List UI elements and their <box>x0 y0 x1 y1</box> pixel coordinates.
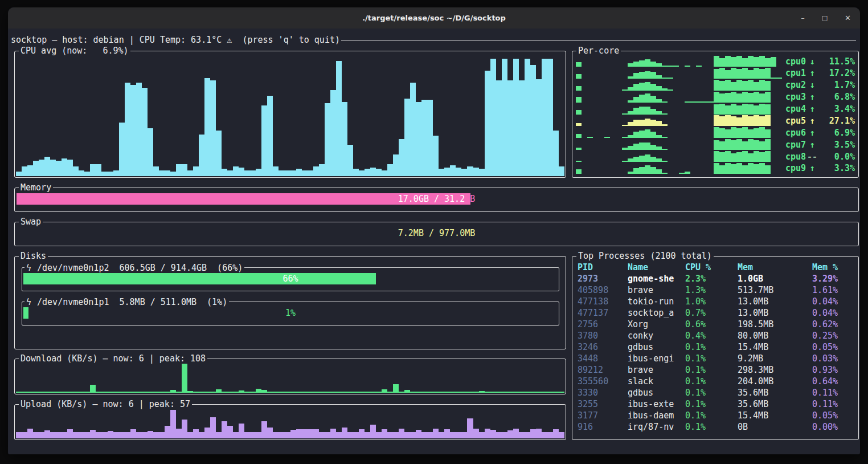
chart-bar <box>628 100 633 103</box>
chart-bar <box>365 169 370 176</box>
process-mem: 1.0GB <box>738 273 812 284</box>
chart-bar <box>73 166 79 176</box>
process-name: socktop_a <box>628 307 685 319</box>
chart-bar <box>725 115 731 126</box>
chart-bar <box>461 169 467 176</box>
chart-bar <box>513 59 519 176</box>
chart-bar <box>519 80 525 176</box>
chart-bar <box>656 63 662 67</box>
chart-bar <box>650 167 656 173</box>
chart-bar <box>444 429 450 438</box>
chart-bar <box>302 429 308 438</box>
chart-bar <box>765 129 771 138</box>
core-percent: 17.2% <box>818 68 855 78</box>
panel-title-cpu-avg: CPU avg (now: 6.9%) <box>19 46 130 56</box>
chart-bar <box>765 115 771 126</box>
chart-bar <box>113 392 119 393</box>
chart-bar <box>765 139 771 150</box>
process-mem-pct: 0.04% <box>812 307 853 319</box>
chart-bar <box>559 432 564 438</box>
process-cpu-pct: 0.1% <box>685 398 738 410</box>
chart-bar <box>387 432 393 438</box>
per-core-row: cpu7↑ 3.5% <box>576 139 855 150</box>
chart-bar <box>725 151 731 162</box>
chart-bar <box>650 62 656 67</box>
chart-bar <box>170 172 176 176</box>
chart-bar <box>639 83 645 90</box>
chart-bar <box>736 56 742 67</box>
chart-bar <box>656 86 662 91</box>
process-pid: 477138 <box>578 296 628 307</box>
chart-bar <box>759 93 765 102</box>
process-name: gdbus <box>628 387 685 398</box>
process-row: 89212brave0.1%298.3MB0.93% <box>572 364 858 376</box>
chart-bar <box>50 392 56 393</box>
chart-bar <box>685 101 690 103</box>
chart-bar <box>96 432 101 438</box>
chart-bar <box>439 169 444 176</box>
chart-bar <box>233 432 239 438</box>
chart-bar <box>496 392 502 393</box>
chart-bar <box>639 131 645 138</box>
chart-bar <box>650 84 656 90</box>
chart-bar <box>347 392 353 393</box>
chart-bar <box>182 164 187 176</box>
chart-bar <box>748 163 754 174</box>
chart-bar <box>239 424 244 438</box>
chart-bar <box>279 392 284 393</box>
process-pid: 3330 <box>578 387 628 398</box>
chart-bar <box>222 421 227 439</box>
disk-item-label: /dev/nvme0n1p1 5.8MB / 511.0MB (1%) <box>37 297 227 307</box>
titlebar[interactable]: ./target/release/soc ~/D/G/socktop – □ ✕ <box>8 7 860 29</box>
process-pid: 477137 <box>578 307 628 319</box>
chart-bar <box>330 90 336 176</box>
chart-bar <box>645 154 650 162</box>
chart-bar <box>204 392 210 393</box>
chart-bar <box>250 170 256 177</box>
close-icon[interactable]: ✕ <box>845 14 851 22</box>
chart-bar <box>421 432 427 438</box>
chart-bar <box>273 166 279 176</box>
chart-bar <box>725 93 731 103</box>
chart-bar <box>576 110 582 115</box>
chart-bar <box>342 392 347 393</box>
chart-bar <box>439 392 444 393</box>
chart-bar <box>633 168 639 174</box>
chart-bar <box>639 107 645 114</box>
chart-bar <box>576 134 582 139</box>
chart-bar <box>650 157 656 162</box>
panel-swap: Swap 7.2MB / 977.0MB <box>14 222 859 246</box>
chart-bar <box>244 392 250 393</box>
chart-bar <box>536 392 542 393</box>
chart-bar <box>479 432 485 438</box>
chart-bar <box>22 392 27 393</box>
chart-bar <box>736 93 742 102</box>
chart-bar <box>267 96 273 176</box>
chart-bar <box>336 61 342 176</box>
chart-bar <box>39 392 44 393</box>
chart-bar <box>576 74 582 79</box>
disk-item-title: ϟ/dev/nvme0n1p1 5.8MB / 511.0MB (1%) <box>24 297 229 307</box>
chart-bar <box>485 71 490 176</box>
chart-bar <box>165 170 170 177</box>
process-mem-pct: 0.25% <box>812 330 853 341</box>
chart-bar <box>485 429 490 438</box>
chart-bar <box>256 432 261 438</box>
disk-item-label: /dev/nvme0n1p2 606.5GB / 914.4GB (66%) <box>37 263 243 273</box>
chart-bar <box>633 62 639 67</box>
chart-bar <box>347 145 353 176</box>
terminal-content[interactable]: socktop — host: debian | CPU Temp: 63.1°… <box>8 29 860 454</box>
chart-bar <box>222 169 227 176</box>
trend-up-icon: ↑ <box>806 116 818 126</box>
process-mem-pct: 0.05% <box>812 410 853 421</box>
chart-bar <box>67 160 73 176</box>
chart-bar <box>279 170 284 177</box>
trend-up-icon: ↑ <box>806 140 818 150</box>
chart-bar <box>319 432 325 438</box>
core-spark-chart <box>576 80 782 91</box>
chart-bar <box>576 148 582 150</box>
minimize-icon[interactable]: – <box>801 14 805 22</box>
chart-bar <box>742 92 748 103</box>
chart-bar <box>714 104 719 114</box>
maximize-icon[interactable]: □ <box>822 14 828 22</box>
